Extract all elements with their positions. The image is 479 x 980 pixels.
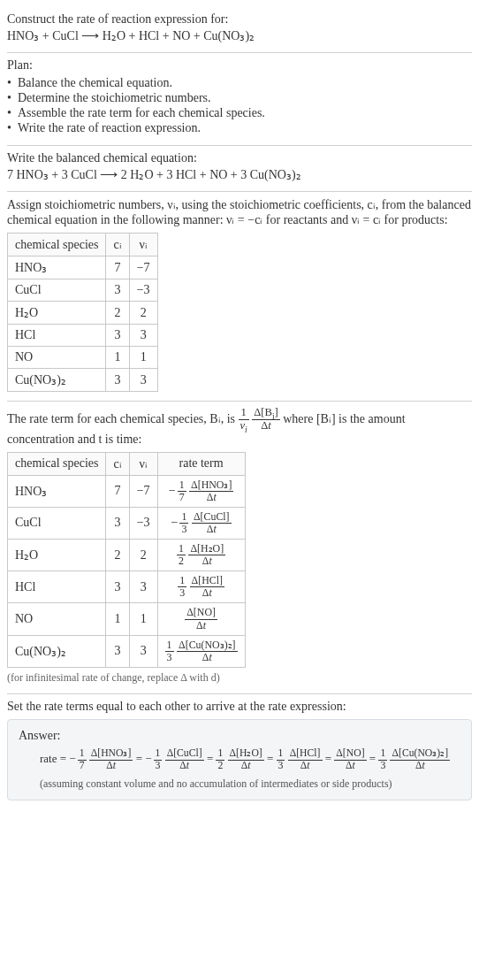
cell-rate-term: 13 Δ[HCl]Δt <box>157 571 245 603</box>
section-balanced: Write the balanced chemical equation: 7 … <box>7 145 472 191</box>
cell-species: H₂O <box>8 540 106 571</box>
cell-ci: 7 <box>106 475 129 507</box>
cell-ci: 3 <box>106 325 129 347</box>
col-ci: cᵢ <box>106 452 129 475</box>
cell-species: NO <box>8 347 106 369</box>
unbalanced-equation: HNO₃ + CuCl ⟶ H₂O + HCl + NO + Cu(NO₃)₂ <box>7 28 472 43</box>
final-heading: Set the rate terms equal to each other t… <box>7 700 472 714</box>
bullet-icon: • <box>7 91 18 105</box>
balanced-heading: Write the balanced chemical equation: <box>7 151 472 165</box>
table-row: NO11 <box>8 347 158 369</box>
answer-box: Answer: rate = −17 Δ[HNO₃]Δt = −13 Δ[CuC… <box>7 719 472 800</box>
rate-expression: rate = −17 Δ[HNO₃]Δt = −13 Δ[CuCl]Δt = 1… <box>19 748 460 772</box>
table-row: CuCl3−3−13 Δ[CuCl]Δt <box>8 507 246 539</box>
cell-vi: −7 <box>129 475 157 507</box>
table-row: HNO₃7−7 <box>8 256 158 279</box>
col-rate: rate term <box>157 452 245 475</box>
cell-species: H₂O <box>8 302 106 325</box>
section-intro: Construct the rate of reaction expressio… <box>7 7 472 52</box>
cell-ci: 2 <box>106 540 129 571</box>
cell-vi: −3 <box>129 279 157 302</box>
cell-vi: 1 <box>129 347 157 369</box>
table-row: Cu(NO₃)₂3313 Δ[Cu(NO₃)₂]Δt <box>8 635 246 667</box>
plan-list: •Balance the chemical equation. •Determi… <box>7 76 472 135</box>
col-species: chemical species <box>8 452 106 475</box>
plan-item-text: Determine the stoichiometric numbers. <box>18 91 211 105</box>
rate-terms: −17 Δ[HNO₃]Δt = −13 Δ[CuCl]Δt = 12 Δ[H₂O… <box>69 752 450 765</box>
col-species: chemical species <box>8 234 106 256</box>
cell-vi: −7 <box>129 256 157 279</box>
table-row: HNO₃7−7−17 Δ[HNO₃]Δt <box>8 475 246 507</box>
plan-heading: Plan: <box>7 58 472 73</box>
bullet-icon: • <box>7 106 18 120</box>
cell-ci: 7 <box>106 256 129 279</box>
cell-rate-term: 12 Δ[H₂O]Δt <box>157 540 245 571</box>
table-row: HCl33 <box>8 325 158 347</box>
col-ci: cᵢ <box>106 234 129 256</box>
table-row: H₂O22 <box>8 302 158 325</box>
cell-species: Cu(NO₃)₂ <box>8 635 106 667</box>
cell-ci: 3 <box>106 507 129 539</box>
cell-vi: 3 <box>129 369 157 392</box>
section-stoich: Assign stoichiometric numbers, νᵢ, using… <box>7 191 472 401</box>
rateterm-generic-frac1: 1νi <box>239 407 249 433</box>
col-vi: νᵢ <box>129 234 157 256</box>
table-row: NO11Δ[NO]Δt <box>8 603 246 635</box>
table-header-row: chemical species cᵢ νᵢ <box>8 234 158 256</box>
table-row: Cu(NO₃)₂33 <box>8 369 158 392</box>
stoich-heading: Assign stoichiometric numbers, νᵢ, using… <box>7 197 472 227</box>
rateterm-table: chemical species cᵢ νᵢ rate term HNO₃7−7… <box>7 452 246 668</box>
cell-vi: 2 <box>129 540 157 571</box>
plan-item: •Determine the stoichiometric numbers. <box>7 91 472 105</box>
cell-species: CuCl <box>8 507 106 539</box>
cell-species: HCl <box>8 325 106 347</box>
cell-ci: 3 <box>106 635 129 667</box>
cell-vi: 1 <box>129 603 157 635</box>
cell-rate-term: 13 Δ[Cu(NO₃)₂]Δt <box>157 635 245 667</box>
answer-label: Answer: <box>19 729 460 743</box>
cell-species: HCl <box>8 571 106 603</box>
section-rate-terms: The rate term for each chemical species,… <box>7 401 472 693</box>
table-row: CuCl3−3 <box>8 279 158 302</box>
cell-species: HNO₃ <box>8 475 106 507</box>
cell-ci: 3 <box>106 571 129 603</box>
cell-rate-term: Δ[NO]Δt <box>157 603 245 635</box>
cell-vi: 3 <box>129 571 157 603</box>
table-row: H₂O2212 Δ[H₂O]Δt <box>8 540 246 571</box>
plan-item-text: Write the rate of reaction expression. <box>18 121 201 135</box>
cell-ci: 3 <box>106 369 129 392</box>
cell-ci: 3 <box>106 279 129 302</box>
plan-item: •Write the rate of reaction expression. <box>7 121 472 135</box>
cell-vi: 2 <box>129 302 157 325</box>
cell-rate-term: −17 Δ[HNO₃]Δt <box>157 475 245 507</box>
cell-ci: 2 <box>106 302 129 325</box>
col-vi: νᵢ <box>129 452 157 475</box>
cell-vi: 3 <box>129 325 157 347</box>
table-header-row: chemical species cᵢ νᵢ rate term <box>8 452 246 475</box>
cell-species: CuCl <box>8 279 106 302</box>
cell-species: NO <box>8 603 106 635</box>
construct-label: Construct the rate of reaction expressio… <box>7 12 472 27</box>
plan-item-text: Assemble the rate term for each chemical… <box>18 106 265 120</box>
answer-note: (assuming constant volume and no accumul… <box>19 777 460 791</box>
plan-item: •Assemble the rate term for each chemica… <box>7 106 472 120</box>
bullet-icon: • <box>7 121 18 135</box>
stoich-table: chemical species cᵢ νᵢ HNO₃7−7 CuCl3−3 H… <box>7 233 158 392</box>
cell-vi: −3 <box>129 507 157 539</box>
rateterm-generic-frac2: Δ[Bi]Δt <box>252 407 280 433</box>
rateterm-note: (for infinitesimal rate of change, repla… <box>7 671 472 685</box>
cell-ci: 1 <box>106 603 129 635</box>
rate-label: rate = <box>40 752 69 765</box>
cell-ci: 1 <box>106 347 129 369</box>
section-plan: Plan: •Balance the chemical equation. •D… <box>7 52 472 145</box>
rateterm-heading-pre: The rate term for each chemical species,… <box>7 412 239 425</box>
cell-species: HNO₃ <box>8 256 106 279</box>
cell-vi: 3 <box>129 635 157 667</box>
section-final: Set the rate terms equal to each other t… <box>7 693 472 809</box>
plan-item: •Balance the chemical equation. <box>7 76 472 90</box>
plan-item-text: Balance the chemical equation. <box>18 76 172 90</box>
cell-species: Cu(NO₃)₂ <box>8 369 106 392</box>
balanced-equation: 7 HNO₃ + 3 CuCl ⟶ 2 H₂O + 3 HCl + NO + 3… <box>7 167 472 182</box>
table-row: HCl3313 Δ[HCl]Δt <box>8 571 246 603</box>
cell-rate-term: −13 Δ[CuCl]Δt <box>157 507 245 539</box>
